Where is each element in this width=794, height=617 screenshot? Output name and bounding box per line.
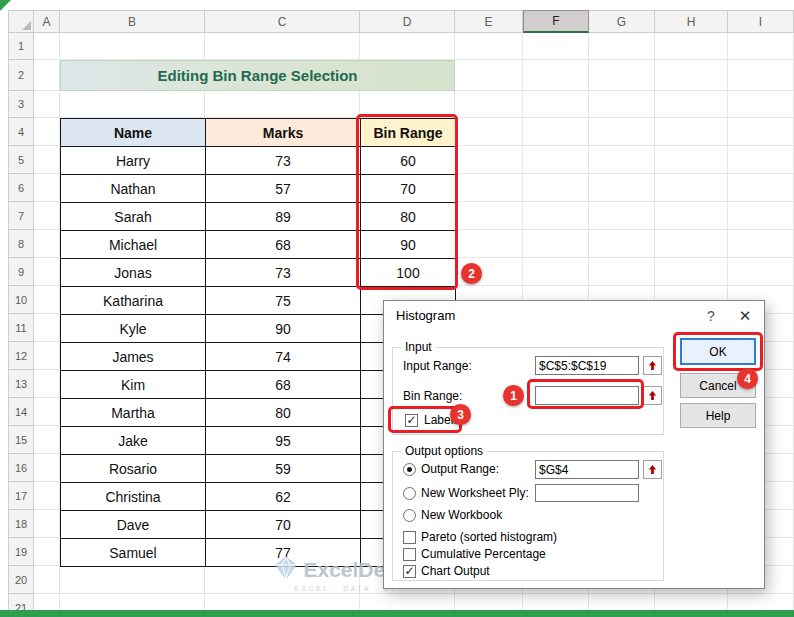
cell-I1[interactable]	[728, 33, 794, 60]
cell-A19[interactable]	[34, 538, 60, 566]
row-header-10[interactable]: 10	[8, 286, 34, 314]
table-cell-r11c1[interactable]: Jake	[61, 427, 206, 455]
cell-F9[interactable]	[523, 258, 589, 286]
cell-A15[interactable]	[34, 426, 60, 454]
cell-A10[interactable]	[34, 286, 60, 314]
row-header-16[interactable]: 16	[8, 454, 34, 482]
cell-I3[interactable]	[728, 91, 794, 118]
cell-F7[interactable]	[523, 202, 589, 230]
cell-A11[interactable]	[34, 314, 60, 342]
cell-H4[interactable]	[655, 118, 728, 146]
select-all-button[interactable]	[8, 10, 34, 33]
table-cell-r6c1[interactable]: Katharina	[61, 287, 206, 315]
row-header-11[interactable]: 11	[8, 314, 34, 342]
row-header-3[interactable]: 3	[8, 91, 34, 118]
column-header-d[interactable]: D	[360, 10, 455, 33]
column-header-a[interactable]: A	[34, 10, 60, 33]
table-header-marks[interactable]: Marks	[206, 119, 361, 147]
row-header-19[interactable]: 19	[8, 538, 34, 566]
cell-E4[interactable]	[455, 118, 523, 146]
table-cell-r8c1[interactable]: James	[61, 343, 206, 371]
table-cell-r14c1[interactable]: Dave	[61, 511, 206, 539]
cell-A18[interactable]	[34, 510, 60, 538]
row-header-9[interactable]: 9	[8, 258, 34, 286]
table-cell-r12c2[interactable]: 59	[206, 455, 361, 483]
table-cell-r14c2[interactable]: 70	[206, 511, 361, 539]
cell-G5[interactable]	[589, 146, 655, 174]
new-worksheet-ply-radio[interactable]	[403, 487, 416, 500]
new-workbook-radio[interactable]	[403, 509, 416, 522]
table-cell-r5c3[interactable]: 100	[361, 259, 456, 287]
cell-A13[interactable]	[34, 370, 60, 398]
cell-G4[interactable]	[589, 118, 655, 146]
cell-B3[interactable]	[60, 91, 205, 118]
cell-B20[interactable]	[60, 566, 205, 594]
cell-H5[interactable]	[655, 146, 728, 174]
output-range-radio[interactable]	[403, 463, 416, 476]
cell-I7[interactable]	[728, 202, 794, 230]
table-cell-r13c1[interactable]: Christina	[61, 483, 206, 511]
cell-A14[interactable]	[34, 398, 60, 426]
chart-output-checkbox[interactable]: ✓	[403, 565, 416, 578]
cell-A5[interactable]	[34, 146, 60, 174]
cell-A1[interactable]	[34, 33, 60, 60]
cell-H6[interactable]	[655, 174, 728, 202]
cell-H3[interactable]	[655, 91, 728, 118]
cell-G1[interactable]	[589, 33, 655, 60]
row-header-13[interactable]: 13	[8, 370, 34, 398]
cumulative-percentage-checkbox[interactable]	[403, 548, 416, 561]
cell-G2[interactable]	[589, 60, 655, 91]
table-cell-r8c2[interactable]: 74	[206, 343, 361, 371]
labels-checkbox[interactable]: ✓	[405, 414, 418, 427]
cell-D3[interactable]	[360, 91, 455, 118]
cell-H9[interactable]	[655, 258, 728, 286]
table-cell-r4c2[interactable]: 68	[206, 231, 361, 259]
cell-G7[interactable]	[589, 202, 655, 230]
output-range-field[interactable]: $G$4	[535, 460, 639, 479]
pareto-checkbox[interactable]	[403, 531, 416, 544]
row-header-4[interactable]: 4	[8, 118, 34, 146]
cell-E6[interactable]	[455, 174, 523, 202]
table-cell-r1c3[interactable]: 60	[361, 147, 456, 175]
cell-F1[interactable]	[523, 33, 589, 60]
cell-A16[interactable]	[34, 454, 60, 482]
column-header-b[interactable]: B	[60, 10, 205, 33]
table-cell-r5c2[interactable]: 73	[206, 259, 361, 287]
table-cell-r3c1[interactable]: Sarah	[61, 203, 206, 231]
row-header-12[interactable]: 12	[8, 342, 34, 370]
column-header-e[interactable]: E	[455, 10, 523, 33]
cell-I8[interactable]	[728, 230, 794, 258]
table-cell-r2c1[interactable]: Nathan	[61, 175, 206, 203]
cell-H8[interactable]	[655, 230, 728, 258]
table-cell-r1c1[interactable]: Harry	[61, 147, 206, 175]
table-cell-r4c1[interactable]: Michael	[61, 231, 206, 259]
cell-F2[interactable]	[523, 60, 589, 91]
table-cell-r12c1[interactable]: Rosario	[61, 455, 206, 483]
row-header-2[interactable]: 2	[8, 60, 34, 91]
table-cell-r6c2[interactable]: 75	[206, 287, 361, 315]
input-range-selector-button[interactable]	[643, 356, 662, 375]
row-header-5[interactable]: 5	[8, 146, 34, 174]
row-header-1[interactable]: 1	[8, 33, 34, 60]
table-cell-r11c2[interactable]: 95	[206, 427, 361, 455]
cell-A8[interactable]	[34, 230, 60, 258]
row-header-18[interactable]: 18	[8, 510, 34, 538]
table-cell-r9c2[interactable]: 68	[206, 371, 361, 399]
table-cell-r3c2[interactable]: 89	[206, 203, 361, 231]
cell-F4[interactable]	[523, 118, 589, 146]
row-header-17[interactable]: 17	[8, 482, 34, 510]
cell-E2[interactable]	[455, 60, 523, 91]
cell-I2[interactable]	[728, 60, 794, 91]
cell-A9[interactable]	[34, 258, 60, 286]
table-cell-r9c1[interactable]: Kim	[61, 371, 206, 399]
row-header-14[interactable]: 14	[8, 398, 34, 426]
column-header-c[interactable]: C	[205, 10, 360, 33]
table-header-name[interactable]: Name	[61, 119, 206, 147]
cell-E7[interactable]	[455, 202, 523, 230]
cell-I9[interactable]	[728, 258, 794, 286]
help-button[interactable]: Help	[680, 403, 756, 428]
table-cell-r15c1[interactable]: Samuel	[61, 539, 206, 567]
cell-F3[interactable]	[523, 91, 589, 118]
row-header-7[interactable]: 7	[8, 202, 34, 230]
row-header-20[interactable]: 20	[8, 566, 34, 594]
